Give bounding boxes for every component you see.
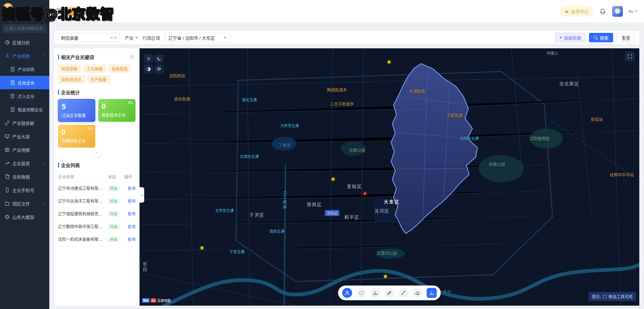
keyword-tag[interactable]: 制造装备 xyxy=(58,64,81,73)
sidebar-item-5[interactable]: 租金到期企业 xyxy=(0,103,49,116)
sidebar-item-1[interactable]: 产业招商⌃ xyxy=(0,49,49,62)
sidebar-item-label: 产业招商 xyxy=(12,53,30,59)
chevron-down-icon xyxy=(635,10,637,12)
map-toolbar xyxy=(338,286,441,300)
table-row: 辽宁禾诗建设工程有限公司开业查询 xyxy=(58,182,136,195)
chevron-down-icon xyxy=(135,37,138,39)
map-marker-red[interactable] xyxy=(364,193,366,195)
stat-value: 0 xyxy=(102,102,132,111)
keyword-tag[interactable]: 生产装备 xyxy=(87,75,110,84)
stat-label: 迁出企业数量 xyxy=(62,112,92,118)
search-icon xyxy=(5,27,8,31)
dark-mode-icon[interactable] xyxy=(155,54,163,63)
region-label: 行政区域 xyxy=(143,35,160,41)
sidebar-item-0[interactable]: 区域分析 xyxy=(0,36,49,49)
map-base-graphics xyxy=(140,48,639,306)
phone-icon xyxy=(5,188,10,193)
keyword-tags: 制造装备工业装备装备制造装备制造业生产装备 xyxy=(58,64,136,84)
sidebar-item-11[interactable]: 企业手机号 xyxy=(0,183,49,197)
map-canvas[interactable]: ◂ 明廉山沈北新区沈阳西站造化街道造化互通陶团街道乡三台子街道乡东湖街道汪家街道… xyxy=(140,48,639,306)
eraser-tool[interactable] xyxy=(413,288,423,298)
monitor-icon xyxy=(5,134,10,139)
query-link[interactable]: 查询 xyxy=(127,199,136,204)
keyword-tag[interactable]: 工业装备 xyxy=(83,64,106,73)
sidebar-logo xyxy=(0,0,49,15)
notification-bell-icon[interactable] xyxy=(599,8,606,15)
keyword-count: 4/18 xyxy=(110,36,117,40)
table-row: 辽宁中远海洋工程有限公司开业查询 xyxy=(58,195,136,207)
sidebar-item-13[interactable]: 山禾大模型 xyxy=(0,210,49,223)
chevron-down-icon: ⌄ xyxy=(43,161,46,165)
query-link[interactable]: 查询 xyxy=(127,237,136,242)
collapse-stats-button[interactable]: ⌃ xyxy=(93,150,101,158)
crown-icon xyxy=(565,9,569,14)
list-section-title: 企业列表 xyxy=(58,162,136,168)
search-button[interactable]: 搜索 xyxy=(589,33,613,42)
user-menu[interactable]: liu xyxy=(629,9,637,14)
map-icon xyxy=(5,147,10,152)
logo-icon xyxy=(3,3,13,12)
query-link[interactable]: 查询 xyxy=(127,186,136,191)
sidebar-item-10[interactable]: 自有数据 xyxy=(0,170,49,183)
stat-card-green[interactable]: 0%0高新技术企业 xyxy=(98,99,136,122)
sidebar-item-6[interactable]: 产业链拆解 xyxy=(0,116,49,130)
stats-section-title: 企业统计 xyxy=(58,89,136,96)
query-link[interactable]: 查询 xyxy=(127,212,136,216)
avatar[interactable] xyxy=(612,6,623,17)
refresh-icon[interactable] xyxy=(127,53,136,61)
sidebar-item-8[interactable]: 产业地图 xyxy=(0,143,49,156)
sidebar-search-input[interactable] xyxy=(10,27,45,31)
table-header: 企业名称 状态 操作 xyxy=(58,172,136,182)
locate-tool[interactable] xyxy=(342,288,352,298)
status-badge: 开业 xyxy=(108,237,124,242)
sidebar-item-9[interactable]: 企业投资⌄ xyxy=(0,156,49,170)
keywords-section-title: 相关产业关键词 xyxy=(58,53,136,61)
status-badge: 开业 xyxy=(108,186,124,191)
keyword-input[interactable] xyxy=(61,35,108,40)
map-marker-yellow[interactable] xyxy=(388,61,390,63)
stat-card-blue[interactable]: 5迁出企业数量 xyxy=(58,99,95,122)
layers-icon[interactable] xyxy=(155,65,163,73)
advanced-search-button[interactable]: 高级检索 xyxy=(555,33,586,42)
map-style-controls xyxy=(144,54,163,73)
fullscreen-icon[interactable] xyxy=(625,52,635,61)
settings-icon[interactable] xyxy=(144,54,153,63)
sidebar-item-12[interactable]: 园区文件⌄ xyxy=(0,197,49,210)
keyword-tag[interactable]: 装备制造业 xyxy=(58,75,85,84)
sidebar-search[interactable] xyxy=(3,24,47,33)
circle-select-tool[interactable] xyxy=(356,288,366,298)
sidebar-item-3[interactable]: 迁出企业 xyxy=(0,76,49,89)
map-marker-yellow[interactable] xyxy=(332,178,334,180)
keyword-tag[interactable]: 装备制造 xyxy=(108,64,131,73)
header: 山禾企业 会员中心 liu xyxy=(49,0,644,23)
chart-icon xyxy=(5,161,10,166)
building-icon xyxy=(10,67,15,72)
map-marker-yellow[interactable] xyxy=(384,275,387,277)
stat-label: 专精特新企业 xyxy=(61,138,92,144)
bar3d-tool[interactable] xyxy=(370,288,380,298)
query-link[interactable]: 查询 xyxy=(127,224,136,229)
sidebar-item-2[interactable]: 产业招商 xyxy=(0,62,49,76)
person-icon xyxy=(5,53,10,58)
menu-toggle-icon[interactable] xyxy=(56,9,63,14)
industry-dropdown[interactable]: 产业 xyxy=(125,35,138,41)
sidebar-item-4[interactable]: 迁入企业 xyxy=(0,89,49,103)
stat-card-yellow[interactable]: 0%0专精特新企业 xyxy=(58,125,95,148)
panel-collapse-handle[interactable]: ◂ xyxy=(140,187,144,203)
chevron-down-icon: ⌄ xyxy=(43,202,46,205)
stat-percent: 0% xyxy=(88,127,93,131)
draw-tool[interactable] xyxy=(384,288,394,298)
measure-tool[interactable] xyxy=(398,288,409,298)
sidebar-item-label: 园区文件 xyxy=(12,200,30,207)
map-marker-yellow[interactable] xyxy=(201,247,203,249)
left-panel: 相关产业关键词 制造装备工业装备装备制造装备制造业生产装备 企业统计 5迁出企业… xyxy=(54,48,140,306)
region-cascader[interactable]: 辽宁省 / 沈阳市 / 大东区 xyxy=(165,33,230,42)
sidebar-item-7[interactable]: 产业大屏 xyxy=(0,130,49,143)
chevron-down-icon xyxy=(224,37,226,39)
member-center-button[interactable]: 会员中心 xyxy=(560,6,593,16)
chevron-down-icon xyxy=(559,37,562,39)
company-table: 企业名称 状态 操作 辽宁禾诗建设工程有限公司开业查询辽宁中远海洋工程有限公司开… xyxy=(58,172,136,246)
theme-icon[interactable] xyxy=(144,65,153,73)
reset-button[interactable]: 重置 xyxy=(616,33,635,42)
stats-tool[interactable] xyxy=(427,288,437,298)
